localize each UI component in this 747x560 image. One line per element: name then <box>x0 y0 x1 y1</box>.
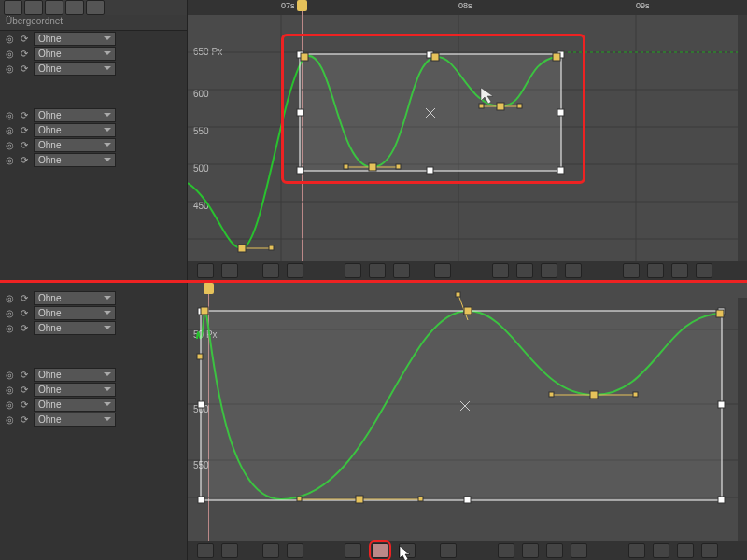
layer-row[interactable]: ◎⟳Ohne <box>0 412 187 427</box>
link-icon[interactable]: ⟳ <box>19 33 30 44</box>
hold-icon[interactable] <box>701 543 718 558</box>
layer-row[interactable]: ◎⟳Ohne <box>0 122 187 137</box>
layer-row[interactable]: ◎⟳Ohne <box>0 290 187 305</box>
parent-dropdown[interactable]: Ohne <box>34 383 116 397</box>
link-icon[interactable]: ⟳ <box>19 109 30 120</box>
graph-editor-icon[interactable] <box>262 543 279 558</box>
tool-icon[interactable] <box>24 0 43 15</box>
parent-dropdown[interactable]: Ohne <box>34 321 116 335</box>
parent-dropdown[interactable]: Ohne <box>34 368 116 382</box>
keyframe[interactable] <box>716 310 724 317</box>
time-ruler[interactable]: 07s 08s 09s <box>188 0 747 15</box>
link-icon[interactable]: ⟳ <box>19 322 30 333</box>
bottom-graph-editor[interactable]: 50 Px 500 550 <box>188 283 747 560</box>
shy-toggle-icon[interactable]: ◎ <box>4 48 15 59</box>
shy-toggle-icon[interactable]: ◎ <box>4 124 15 135</box>
keyframe[interactable] <box>201 307 208 315</box>
shy-toggle-icon[interactable]: ◎ <box>4 139 15 150</box>
layer-row[interactable]: ◎⟳Ohne <box>0 320 187 335</box>
vertical-scrollbar[interactable] <box>738 15 747 261</box>
auto-bezier-icon[interactable] <box>623 263 640 278</box>
link-icon[interactable]: ⟳ <box>19 48 30 59</box>
link-icon[interactable]: ⟳ <box>19 124 30 135</box>
link-icon[interactable]: ⟳ <box>19 139 30 150</box>
layer-row[interactable]: ◎⟳Ohne <box>0 46 187 61</box>
layer-row[interactable]: ◎⟳Ohne <box>0 397 187 412</box>
shy-toggle-icon[interactable]: ◎ <box>4 154 15 165</box>
auto-bezier-icon[interactable] <box>628 543 645 558</box>
linear-icon[interactable] <box>571 543 587 558</box>
parent-dropdown[interactable]: Ohne <box>34 47 116 61</box>
tool-icon[interactable] <box>4 0 22 15</box>
bezier-icon[interactable] <box>671 263 688 278</box>
bezier-icon[interactable] <box>677 543 694 558</box>
shy-toggle-icon[interactable]: ◎ <box>4 399 15 410</box>
link-icon[interactable]: ⟳ <box>19 63 30 74</box>
shy-toggle-icon[interactable]: ◎ <box>4 413 15 425</box>
keyframe[interactable] <box>356 496 363 503</box>
graph-editor-icon[interactable] <box>262 263 279 278</box>
parent-dropdown[interactable]: Ohne <box>34 306 116 320</box>
shy-toggle-icon[interactable]: ◎ <box>4 109 15 120</box>
fit-icon[interactable] <box>369 263 386 278</box>
link-icon[interactable]: ⟳ <box>19 413 30 425</box>
parent-dropdown[interactable]: Ohne <box>34 123 116 137</box>
snap-icon[interactable] <box>287 543 303 558</box>
layer-row[interactable]: ◎⟳Ohne <box>0 61 187 76</box>
link-icon[interactable]: ⟳ <box>19 399 30 410</box>
ease-in-icon[interactable] <box>522 543 539 558</box>
shy-toggle-icon[interactable]: ◎ <box>4 307 15 318</box>
fit-icon[interactable] <box>372 543 388 558</box>
parent-dropdown[interactable]: Ohne <box>34 138 116 152</box>
link-icon[interactable]: ⟳ <box>19 154 30 165</box>
vertical-scrollbar[interactable] <box>738 298 747 541</box>
selection-view-icon[interactable] <box>393 263 410 278</box>
link-icon[interactable]: ⟳ <box>19 307 30 318</box>
continuous-bezier-icon[interactable] <box>653 543 669 558</box>
layer-row[interactable]: ◎⟳Ohne <box>0 382 187 397</box>
continuous-bezier-icon[interactable] <box>647 263 664 278</box>
snap-icon[interactable] <box>287 263 303 278</box>
easy-ease-icon[interactable] <box>498 543 514 558</box>
layer-row[interactable]: ◎⟳Ohne <box>0 137 187 152</box>
shy-toggle-icon[interactable]: ◎ <box>4 63 15 74</box>
shy-toggle-icon[interactable]: ◎ <box>4 384 15 395</box>
ease-out-icon[interactable] <box>546 543 563 558</box>
keyframe[interactable] <box>464 307 472 315</box>
parent-dropdown[interactable]: Ohne <box>34 413 116 427</box>
layer-row[interactable]: ◎⟳Ohne <box>0 152 187 167</box>
separate-dims-icon[interactable] <box>434 263 451 278</box>
eye-icon[interactable] <box>197 263 214 278</box>
linear-icon[interactable] <box>565 263 582 278</box>
link-icon[interactable]: ⟳ <box>19 292 30 303</box>
tool-icon[interactable] <box>86 0 105 15</box>
separate-dims-icon[interactable] <box>440 543 457 558</box>
tool-icon[interactable] <box>65 0 84 15</box>
keyframe[interactable] <box>238 245 246 252</box>
shy-toggle-icon[interactable]: ◎ <box>4 33 15 44</box>
shy-toggle-icon[interactable]: ◎ <box>4 292 15 303</box>
shy-toggle-icon[interactable]: ◎ <box>4 322 15 333</box>
shy-toggle-icon[interactable]: ◎ <box>4 369 15 380</box>
layer-row[interactable]: ◎⟳Ohne <box>0 305 187 320</box>
layer-row[interactable]: ◎⟳Ohne <box>0 107 187 122</box>
hold-icon[interactable] <box>696 263 712 278</box>
parent-dropdown[interactable]: Ohne <box>34 32 116 46</box>
cti-head-icon[interactable] <box>297 0 307 11</box>
link-icon[interactable]: ⟳ <box>19 384 30 395</box>
select-icon[interactable] <box>221 543 238 558</box>
ease-in-icon[interactable] <box>516 263 533 278</box>
parent-dropdown[interactable]: Ohne <box>34 398 116 412</box>
zoom-icon[interactable] <box>345 543 361 558</box>
parent-dropdown[interactable]: Ohne <box>34 153 116 167</box>
eye-icon[interactable] <box>197 543 214 558</box>
easy-ease-icon[interactable] <box>492 263 509 278</box>
parent-dropdown[interactable]: Ohne <box>34 291 116 305</box>
layer-row[interactable]: ◎⟳Ohne <box>0 31 187 46</box>
parent-dropdown[interactable]: Ohne <box>34 108 116 122</box>
tool-icon[interactable] <box>45 0 63 15</box>
ease-out-icon[interactable] <box>541 263 557 278</box>
parent-dropdown[interactable]: Ohne <box>34 62 116 76</box>
zoom-icon[interactable] <box>345 263 361 278</box>
layer-row[interactable]: ◎⟳Ohne <box>0 367 187 382</box>
